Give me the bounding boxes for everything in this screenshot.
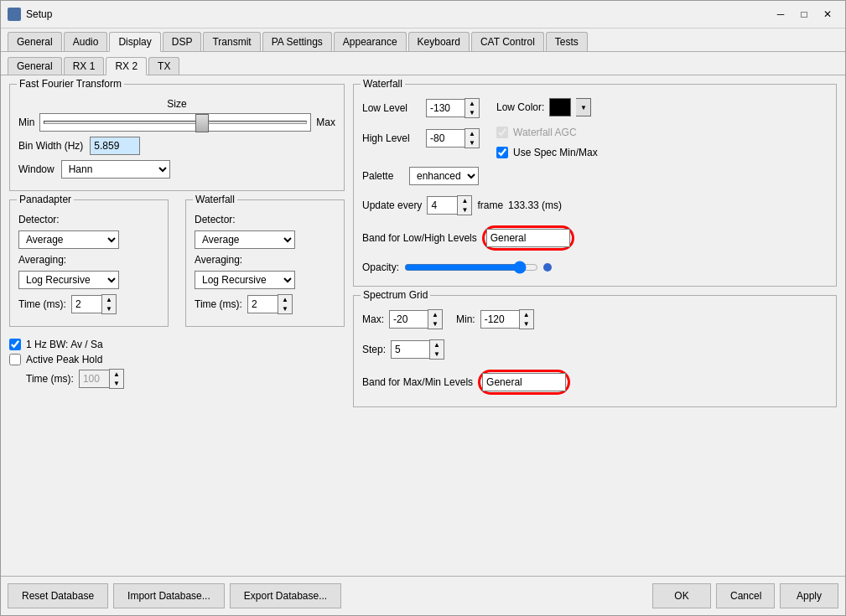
palette-label: Palette xyxy=(362,170,404,182)
tab-dsp[interactable]: DSP xyxy=(163,32,202,51)
wf-averaging-select[interactable]: Log Recursive Linear None xyxy=(195,271,295,289)
waterfall-agc-checkbox[interactable] xyxy=(496,127,508,138)
reset-db-button[interactable]: Reset Database xyxy=(8,583,108,608)
wf-color-col: Low Color: ▼ Waterfall AGC Use Spec Min/… xyxy=(496,98,598,162)
content-area: Fast Fourier Transform Size Min Max Bin xyxy=(1,75,845,576)
checkboxes-section: 1 Hz BW: Av / Sa Active Peak Hold Time (… xyxy=(9,335,345,397)
wf-low-color-btn[interactable]: ▼ xyxy=(576,98,591,116)
update-every-input[interactable] xyxy=(427,196,457,215)
tab-general[interactable]: General xyxy=(8,32,62,51)
update-every-spinner: ▲ ▼ xyxy=(427,195,472,215)
sub-tab-rx2[interactable]: RX 2 xyxy=(106,57,147,75)
wf-high-level-input[interactable] xyxy=(426,129,465,148)
update-down[interactable]: ▼ xyxy=(458,205,471,215)
pan-time-up[interactable]: ▲ xyxy=(102,295,116,304)
tab-pa-settings[interactable]: PA Settings xyxy=(262,32,332,51)
wf-time-down[interactable]: ▼ xyxy=(278,304,292,313)
update-every-label: Update every xyxy=(362,199,422,211)
tab-tests[interactable]: Tests xyxy=(546,32,588,51)
pan-time-down[interactable]: ▼ xyxy=(102,304,116,313)
spectrum-min-input[interactable] xyxy=(480,310,519,329)
hz-bw-checkbox[interactable] xyxy=(9,339,21,350)
fft-slider-container[interactable] xyxy=(39,113,311,132)
panadapter-group-label: Panadapter xyxy=(17,194,74,205)
left-panel: Fast Fourier Transform Size Min Max Bin xyxy=(9,84,345,567)
fft-slider-thumb[interactable] xyxy=(195,114,209,132)
frame-label: frame xyxy=(477,199,503,211)
spectrum-max-input[interactable] xyxy=(389,310,428,329)
band-max-min-input[interactable] xyxy=(482,373,566,391)
export-db-button[interactable]: Export Database... xyxy=(230,583,341,608)
spectrum-max-up[interactable]: ▲ xyxy=(428,310,442,319)
pan-detector-select[interactable]: Average Peak RMS xyxy=(18,230,119,249)
waterfall-right-inner: Low Level ▲ ▼ High Leve xyxy=(362,98,828,279)
band-low-high-input[interactable] xyxy=(486,229,570,247)
apply-button[interactable]: Apply xyxy=(780,583,838,608)
close-button[interactable]: ✕ xyxy=(817,6,838,23)
wf-averaging-row: Averaging: xyxy=(195,254,335,266)
update-up[interactable]: ▲ xyxy=(458,196,471,205)
tab-cat-control[interactable]: CAT Control xyxy=(471,32,544,51)
time-ms-label: Time (ms): xyxy=(26,373,74,385)
bin-width-input[interactable]: 5.859 xyxy=(90,137,140,155)
spectrum-grid-inner: Max: ▲ ▼ Min: ▲ xyxy=(362,309,828,400)
spectrum-max-spinner: ▲ ▼ xyxy=(389,309,443,329)
wf-time-input[interactable] xyxy=(247,295,278,313)
wf-low-color-label: Low Color: xyxy=(496,101,544,113)
pan-time-spinner: ▲ ▼ xyxy=(71,294,117,314)
pan-detector-row: Detector: xyxy=(18,214,159,225)
palette-select[interactable]: enhanced standard spectral rainbow xyxy=(409,167,479,185)
wf-low-level-label: Low Level xyxy=(362,102,421,114)
pan-averaging-select[interactable]: Log Recursive Linear None xyxy=(18,271,119,289)
active-peak-checkbox[interactable] xyxy=(9,354,21,365)
wf-low-up[interactable]: ▲ xyxy=(465,99,479,108)
fft-max-label: Max xyxy=(316,116,335,128)
pan-averaging-label: Averaging: xyxy=(18,254,66,266)
import-db-button[interactable]: Import Database... xyxy=(113,583,225,608)
tab-transmit[interactable]: Transmit xyxy=(203,32,260,51)
tab-display[interactable]: Display xyxy=(109,32,160,52)
time-ms-down[interactable]: ▼ xyxy=(110,379,123,388)
wf-low-down[interactable]: ▼ xyxy=(465,108,479,117)
sub-tab-tx[interactable]: TX xyxy=(148,57,179,75)
pan-time-input[interactable] xyxy=(71,295,101,313)
time-ms-up[interactable]: ▲ xyxy=(110,370,123,379)
ok-button[interactable]: OK xyxy=(652,583,711,608)
spectrum-step-up[interactable]: ▲ xyxy=(430,340,444,349)
maximize-button[interactable]: □ xyxy=(793,6,815,23)
spectrum-step-spinner: ▲ ▼ xyxy=(391,339,444,360)
pan-time-label: Time (ms): xyxy=(18,298,66,310)
wf-low-level-input[interactable] xyxy=(426,99,465,117)
setup-window: Setup ─ □ ✕ General Audio Display DSP Tr… xyxy=(0,0,846,616)
tab-appearance[interactable]: Appearance xyxy=(334,32,407,51)
wf-averaging-select-row: Log Recursive Linear None xyxy=(195,271,335,289)
waterfall-agc-label: Waterfall AGC xyxy=(513,127,577,138)
opacity-slider[interactable] xyxy=(404,261,538,274)
wf-low-color-swatch[interactable] xyxy=(549,98,571,116)
band-max-min-highlight xyxy=(478,370,570,395)
tab-audio[interactable]: Audio xyxy=(64,32,108,51)
minimize-button[interactable]: ─ xyxy=(770,6,792,23)
spectrum-grid-label: Spectrum Grid xyxy=(361,289,430,301)
wf-detector-select[interactable]: Average Peak RMS xyxy=(195,230,295,249)
cancel-button[interactable]: Cancel xyxy=(716,583,775,608)
wf-time-up[interactable]: ▲ xyxy=(278,295,292,304)
title-bar: Setup ─ □ ✕ xyxy=(1,1,845,28)
window-select[interactable]: Hann Hamming Blackman Flat Top None xyxy=(61,160,170,179)
spectrum-min-up[interactable]: ▲ xyxy=(520,310,533,319)
spectrum-step-input[interactable] xyxy=(391,340,429,359)
sub-tab-general[interactable]: General xyxy=(8,57,62,75)
spectrum-max-down[interactable]: ▼ xyxy=(428,319,442,329)
wf-detector-label: Detector: xyxy=(195,214,236,225)
use-spec-checkbox[interactable] xyxy=(496,147,508,158)
wf-high-down[interactable]: ▼ xyxy=(465,138,479,148)
spectrum-min-spinner: ▲ ▼ xyxy=(480,309,534,329)
wf-time-spinner: ▲ ▼ xyxy=(247,294,293,314)
sub-tab-rx1[interactable]: RX 1 xyxy=(64,57,105,75)
time-ms-input[interactable] xyxy=(79,370,109,388)
wf-high-up[interactable]: ▲ xyxy=(465,129,479,138)
spectrum-min-label: Min: xyxy=(456,313,475,325)
spectrum-min-down[interactable]: ▼ xyxy=(520,319,533,329)
spectrum-step-down[interactable]: ▼ xyxy=(430,349,444,359)
tab-keyboard[interactable]: Keyboard xyxy=(408,32,470,51)
